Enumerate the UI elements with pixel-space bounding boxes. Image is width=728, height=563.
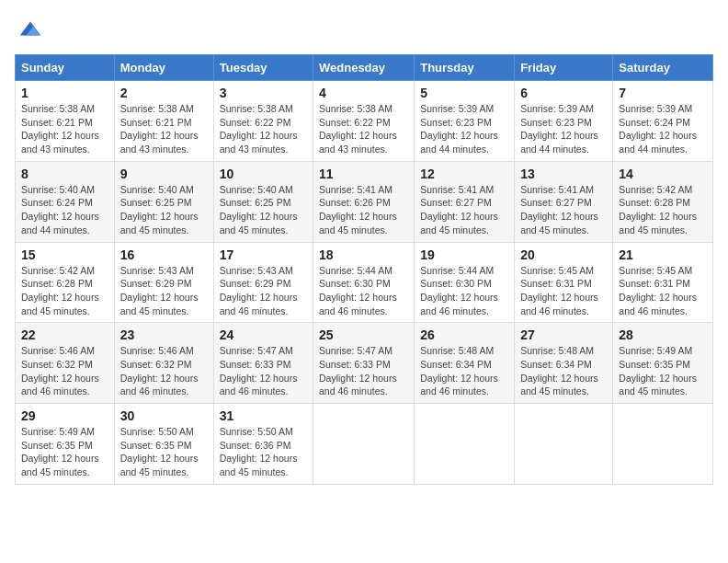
day-number: 8 (21, 167, 108, 181)
day-number: 5 (420, 86, 508, 100)
calendar-cell: 11 Sunrise: 5:41 AMSunset: 6:26 PMDaylig… (313, 161, 415, 242)
day-info: Sunrise: 5:41 AMSunset: 6:27 PMDaylight:… (520, 184, 598, 236)
day-info: Sunrise: 5:44 AMSunset: 6:30 PMDaylight:… (319, 265, 397, 316)
day-number: 17 (220, 247, 307, 262)
calendar-cell: 25 Sunrise: 5:47 AMSunset: 6:33 PMDaylig… (313, 323, 415, 404)
day-info: Sunrise: 5:50 AMSunset: 6:35 PMDaylight:… (120, 426, 199, 477)
day-info: Sunrise: 5:48 AMSunset: 6:34 PMDaylight:… (520, 345, 598, 396)
weekday-header-wednesday: Wednesday (313, 55, 415, 81)
day-info: Sunrise: 5:38 AMSunset: 6:22 PMDaylight:… (319, 103, 397, 155)
day-number: 28 (619, 327, 707, 342)
weekday-header-monday: Monday (114, 55, 213, 81)
calendar-cell: 13 Sunrise: 5:41 AMSunset: 6:27 PMDaylig… (515, 161, 613, 242)
day-number: 1 (21, 86, 108, 100)
calendar-cell: 12 Sunrise: 5:41 AMSunset: 6:27 PMDaylig… (415, 161, 515, 242)
calendar-cell: 8 Sunrise: 5:40 AMSunset: 6:24 PMDayligh… (16, 161, 115, 242)
calendar-table: SundayMondayTuesdayWednesdayThursdayFrid… (15, 54, 713, 485)
day-info: Sunrise: 5:41 AMSunset: 6:26 PMDaylight:… (319, 184, 397, 236)
calendar-cell: 1 Sunrise: 5:38 AMSunset: 6:21 PMDayligh… (16, 81, 115, 162)
calendar-cell: 24 Sunrise: 5:47 AMSunset: 6:33 PMDaylig… (213, 323, 313, 404)
weekday-header-sunday: Sunday (16, 55, 115, 81)
day-info: Sunrise: 5:45 AMSunset: 6:31 PMDaylight:… (619, 265, 697, 316)
calendar-cell: 9 Sunrise: 5:40 AMSunset: 6:25 PMDayligh… (114, 161, 213, 242)
day-number: 9 (120, 167, 208, 181)
calendar-cell: 2 Sunrise: 5:38 AMSunset: 6:21 PMDayligh… (114, 81, 213, 162)
day-number: 31 (220, 408, 307, 423)
day-info: Sunrise: 5:39 AMSunset: 6:23 PMDaylight:… (520, 103, 598, 155)
calendar-cell: 10 Sunrise: 5:40 AMSunset: 6:25 PMDaylig… (213, 161, 313, 242)
calendar-week-row: 15 Sunrise: 5:42 AMSunset: 6:28 PMDaylig… (16, 242, 713, 323)
day-info: Sunrise: 5:40 AMSunset: 6:25 PMDaylight:… (120, 184, 199, 236)
day-info: Sunrise: 5:38 AMSunset: 6:21 PMDaylight:… (120, 103, 199, 155)
weekday-header-thursday: Thursday (415, 55, 515, 81)
calendar-cell (313, 404, 415, 485)
day-number: 4 (319, 86, 408, 100)
calendar-cell: 27 Sunrise: 5:48 AMSunset: 6:34 PMDaylig… (515, 323, 613, 404)
day-number: 2 (120, 86, 208, 100)
calendar-cell: 15 Sunrise: 5:42 AMSunset: 6:28 PMDaylig… (16, 242, 115, 323)
day-number: 3 (220, 86, 307, 100)
day-info: Sunrise: 5:42 AMSunset: 6:28 PMDaylight:… (619, 184, 697, 236)
calendar-cell: 29 Sunrise: 5:49 AMSunset: 6:35 PMDaylig… (16, 404, 115, 485)
calendar-cell: 22 Sunrise: 5:46 AMSunset: 6:32 PMDaylig… (16, 323, 115, 404)
day-info: Sunrise: 5:47 AMSunset: 6:33 PMDaylight:… (220, 345, 298, 396)
day-info: Sunrise: 5:49 AMSunset: 6:35 PMDaylight:… (619, 345, 697, 396)
day-number: 22 (21, 327, 108, 342)
day-info: Sunrise: 5:49 AMSunset: 6:35 PMDaylight:… (21, 426, 99, 477)
day-info: Sunrise: 5:50 AMSunset: 6:36 PMDaylight:… (220, 426, 298, 477)
day-info: Sunrise: 5:43 AMSunset: 6:29 PMDaylight:… (120, 265, 199, 316)
day-number: 16 (120, 247, 208, 262)
weekday-header-tuesday: Tuesday (213, 55, 313, 81)
calendar-cell: 7 Sunrise: 5:39 AMSunset: 6:24 PMDayligh… (613, 81, 713, 162)
calendar-cell: 26 Sunrise: 5:48 AMSunset: 6:34 PMDaylig… (415, 323, 515, 404)
calendar-cell: 28 Sunrise: 5:49 AMSunset: 6:35 PMDaylig… (613, 323, 713, 404)
day-number: 25 (319, 327, 408, 342)
day-info: Sunrise: 5:42 AMSunset: 6:28 PMDaylight:… (21, 265, 99, 316)
day-info: Sunrise: 5:38 AMSunset: 6:21 PMDaylight:… (21, 103, 99, 155)
day-number: 27 (520, 327, 607, 342)
day-info: Sunrise: 5:47 AMSunset: 6:33 PMDaylight:… (319, 345, 397, 396)
day-number: 29 (21, 408, 108, 423)
day-info: Sunrise: 5:44 AMSunset: 6:30 PMDaylight:… (420, 265, 498, 316)
calendar-cell: 23 Sunrise: 5:46 AMSunset: 6:32 PMDaylig… (114, 323, 213, 404)
day-number: 18 (319, 247, 408, 262)
calendar-week-row: 1 Sunrise: 5:38 AMSunset: 6:21 PMDayligh… (16, 81, 713, 162)
calendar-cell: 17 Sunrise: 5:43 AMSunset: 6:29 PMDaylig… (213, 242, 313, 323)
calendar-cell: 30 Sunrise: 5:50 AMSunset: 6:35 PMDaylig… (114, 404, 213, 485)
day-info: Sunrise: 5:38 AMSunset: 6:22 PMDaylight:… (220, 103, 298, 155)
page-header (15, 15, 713, 47)
day-number: 7 (619, 86, 707, 100)
calendar-cell (515, 404, 613, 485)
calendar-cell: 16 Sunrise: 5:43 AMSunset: 6:29 PMDaylig… (114, 242, 213, 323)
day-info: Sunrise: 5:48 AMSunset: 6:34 PMDaylight:… (420, 345, 498, 396)
day-number: 30 (120, 408, 208, 423)
calendar-week-row: 29 Sunrise: 5:49 AMSunset: 6:35 PMDaylig… (16, 404, 713, 485)
calendar-cell: 20 Sunrise: 5:45 AMSunset: 6:31 PMDaylig… (515, 242, 613, 323)
day-number: 12 (420, 167, 508, 181)
calendar-cell (613, 404, 713, 485)
day-info: Sunrise: 5:41 AMSunset: 6:27 PMDaylight:… (420, 184, 498, 236)
day-number: 24 (220, 327, 307, 342)
day-number: 14 (619, 167, 707, 181)
calendar-cell: 31 Sunrise: 5:50 AMSunset: 6:36 PMDaylig… (213, 404, 313, 485)
day-info: Sunrise: 5:45 AMSunset: 6:31 PMDaylight:… (520, 265, 598, 316)
calendar-cell: 4 Sunrise: 5:38 AMSunset: 6:22 PMDayligh… (313, 81, 415, 162)
calendar-cell: 14 Sunrise: 5:42 AMSunset: 6:28 PMDaylig… (613, 161, 713, 242)
day-info: Sunrise: 5:39 AMSunset: 6:23 PMDaylight:… (420, 103, 498, 155)
day-number: 20 (520, 247, 607, 262)
day-info: Sunrise: 5:46 AMSunset: 6:32 PMDaylight:… (21, 345, 99, 396)
day-number: 6 (520, 86, 607, 100)
calendar-cell: 6 Sunrise: 5:39 AMSunset: 6:23 PMDayligh… (515, 81, 613, 162)
calendar-cell: 5 Sunrise: 5:39 AMSunset: 6:23 PMDayligh… (415, 81, 515, 162)
day-info: Sunrise: 5:43 AMSunset: 6:29 PMDaylight:… (220, 265, 298, 316)
calendar-cell: 21 Sunrise: 5:45 AMSunset: 6:31 PMDaylig… (613, 242, 713, 323)
day-number: 11 (319, 167, 408, 181)
calendar-cell: 3 Sunrise: 5:38 AMSunset: 6:22 PMDayligh… (213, 81, 313, 162)
day-info: Sunrise: 5:40 AMSunset: 6:25 PMDaylight:… (220, 184, 298, 236)
logo (15, 15, 44, 47)
day-number: 19 (420, 247, 508, 262)
day-number: 15 (21, 247, 108, 262)
weekday-header-row: SundayMondayTuesdayWednesdayThursdayFrid… (16, 55, 713, 81)
calendar-cell: 18 Sunrise: 5:44 AMSunset: 6:30 PMDaylig… (313, 242, 415, 323)
day-number: 21 (619, 247, 707, 262)
